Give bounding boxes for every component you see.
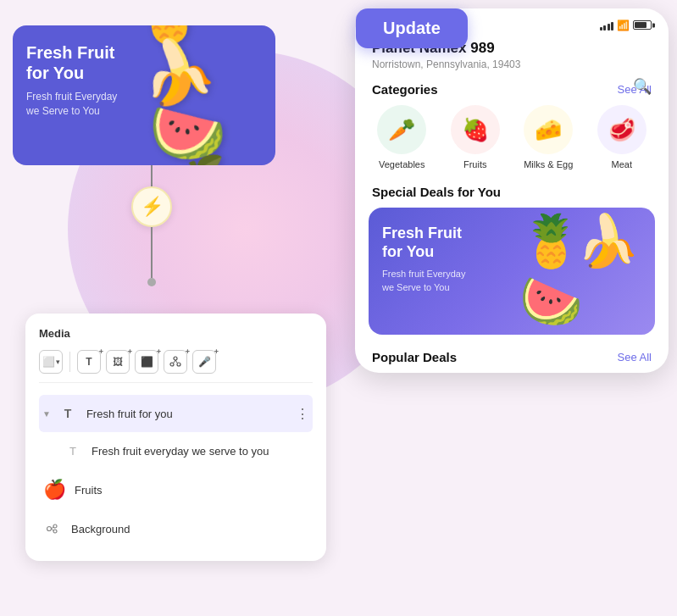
banner-title: Fresh Fruitfor You — [382, 225, 506, 261]
svg-point-7 — [53, 530, 57, 533]
row-fruits-label: Fruits — [75, 484, 309, 497]
category-label-vegetables: Vegetables — [379, 159, 425, 169]
plus-icon: + — [214, 347, 219, 356]
media-tool-microphone[interactable]: 🎤 + — [192, 350, 216, 374]
update-button[interactable]: Update — [356, 8, 468, 48]
plus-icon: + — [157, 347, 161, 356]
media-tool-frame[interactable]: ⬜ ▾ — [39, 350, 63, 374]
svg-point-5 — [47, 527, 52, 531]
svg-point-0 — [174, 357, 177, 360]
popular-deals-see-all[interactable]: See All — [618, 351, 652, 363]
text-body-icon: T — [63, 441, 83, 461]
plus-icon: + — [186, 347, 190, 356]
category-item-vegetables[interactable]: 🥕 Vegetables — [377, 105, 426, 169]
banner-subtitle: Fresh fruit Everydaywe Serve to You — [382, 268, 506, 294]
svg-point-1 — [170, 363, 174, 366]
special-deals-banner[interactable]: Fresh Fruitfor You Fresh fruit Everydayw… — [369, 208, 655, 335]
status-icons: 📶 — [600, 19, 652, 31]
text-heading-icon: T — [58, 403, 78, 424]
special-deals-title: Special Deals for You — [372, 185, 501, 199]
toolbar-divider — [69, 352, 70, 372]
fruits-thumbnail: 🍎 — [42, 478, 66, 502]
banner-fruit-image: 🍍🍌🍉 — [519, 208, 655, 335]
category-label-milksegg: Milks & Egg — [524, 159, 573, 169]
shape-tool-icon: ⬛ — [141, 356, 153, 368]
background-icon — [42, 519, 63, 539]
frame-icon: ⬜ — [42, 356, 55, 368]
category-item-fruits[interactable]: 🍓 Fruits — [451, 105, 500, 169]
svg-point-2 — [177, 363, 180, 366]
svg-point-6 — [53, 524, 57, 528]
media-toolbar: ⬜ ▾ T + 🖼 + ⬛ + + — [39, 350, 313, 383]
row-expand-arrow[interactable]: ▼ — [42, 409, 51, 419]
fruit-emoji: 🍍🍌🍉🍊 — [144, 25, 275, 165]
popular-deals-title: Popular Deals — [372, 350, 457, 364]
media-row-fruits[interactable]: 🍎 Fruits — [39, 469, 313, 510]
category-circle-meat: 🥩 — [597, 105, 646, 154]
special-deals-header: Special Deals for You — [355, 181, 669, 208]
store-address: Norristown, Pennsylvania, 19403 — [372, 58, 652, 70]
fruit-card-subtitle: Fresh fruit Everydaywe Serve to You — [26, 90, 130, 119]
image-tool-icon: 🖼 — [113, 356, 123, 368]
media-row-background[interactable]: Background — [39, 510, 313, 547]
fruit-card-image: 🍍🍌🍉🍊 — [144, 25, 275, 165]
media-tool-shape[interactable]: ⬛ + — [135, 350, 158, 374]
component-icon — [169, 356, 181, 368]
banner-text-area: Fresh Fruitfor You Fresh fruit Everydayw… — [369, 208, 519, 335]
media-panel: Media ⬜ ▾ T + 🖼 + ⬛ + — [25, 314, 326, 561]
row-options-button[interactable]: ⋮ — [296, 406, 309, 422]
category-circle-vegetables: 🥕 — [377, 105, 426, 154]
text-tool-icon: T — [86, 356, 92, 368]
svg-line-4 — [175, 360, 177, 363]
row-background-label: Background — [71, 523, 309, 536]
media-row-heading[interactable]: ▼ T Fresh fruit for you ⋮ — [39, 395, 313, 432]
media-row-body[interactable]: T Fresh fruit everyday we serve to you — [39, 432, 313, 469]
media-tool-component[interactable]: + — [164, 350, 187, 374]
dropdown-arrow-icon: ▾ — [56, 358, 60, 366]
fruit-card-title: Fresh Fruitfor You — [26, 42, 130, 83]
row-body-label: Fresh fruit everyday we serve to you — [92, 445, 309, 458]
categories-section-header: Categories See All — [355, 79, 669, 105]
media-tool-image[interactable]: 🖼 + — [106, 350, 130, 374]
connector-line-top — [151, 165, 153, 186]
media-tool-text[interactable]: T + — [77, 350, 101, 374]
category-item-meat[interactable]: 🥩 Meat — [597, 105, 646, 169]
category-circle-fruits: 🍓 — [451, 105, 500, 154]
search-icon[interactable]: 🔍 — [633, 77, 652, 96]
lightning-connector: ⚡ — [131, 165, 172, 286]
row-heading-label: Fresh fruit for you — [86, 408, 296, 420]
popular-deals-header: Popular Deals See All — [355, 347, 669, 373]
plus-icon: + — [128, 347, 132, 356]
category-circle-milksegg: 🧀 — [524, 105, 573, 154]
phone-container: 09:46 📶 Planet Namex 989 Norristown, Pen… — [355, 8, 669, 373]
lightning-circle: ⚡ — [131, 186, 172, 227]
battery-icon — [633, 20, 652, 30]
fruit-card: Fresh Fruitfor You Fresh fruit Everydayw… — [13, 25, 275, 165]
fruit-card-text-area: Fresh Fruitfor You Fresh fruit Everydayw… — [13, 25, 144, 165]
wifi-icon: 📶 — [617, 19, 630, 31]
plus-icon: + — [99, 347, 103, 356]
categories-row: 🥕 Vegetables 🍓 Fruits 🧀 Milks & Egg 🥩 Me… — [355, 105, 669, 181]
signal-bars-icon — [600, 20, 614, 31]
category-label-fruits: Fruits — [463, 159, 487, 169]
connector-dot — [147, 278, 156, 286]
media-rows: ▼ T Fresh fruit for you ⋮ T Fresh fruit … — [39, 395, 313, 547]
media-panel-title: Media — [39, 327, 313, 340]
microphone-icon: 🎤 — [198, 356, 211, 368]
category-label-meat: Meat — [611, 159, 631, 169]
connector-line — [151, 227, 153, 278]
categories-title: Categories — [372, 82, 438, 97]
category-item-milksegg[interactable]: 🧀 Milks & Egg — [524, 105, 573, 169]
